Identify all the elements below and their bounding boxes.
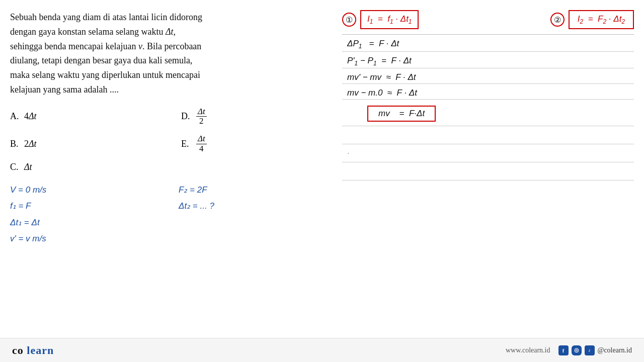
choices-grid: A. 4Δt D. Δt 2 B. 2Δt xyxy=(10,105,332,174)
choice-b-value: 2Δt xyxy=(24,139,37,149)
choice-d: D. Δt 2 xyxy=(181,105,332,128)
given-f1: f₁ = F xyxy=(10,199,164,214)
given-f2: F₂ = 2F xyxy=(179,183,332,198)
footer-social: f ◎ ♪ @colearn.id xyxy=(558,345,632,355)
choice-e-letter: E. xyxy=(181,139,191,149)
boxed-eq-1: I1 = f1 · Δt1 xyxy=(360,10,419,29)
main-content: Sebuah benda yang diam di atas lantai li… xyxy=(0,0,644,342)
given-dt1: Δt₁ = Δt xyxy=(10,215,164,231)
eq-line-1: ΔP1 = F · Δt xyxy=(342,38,634,51)
tiktok-icon: ♪ xyxy=(585,345,595,355)
logo-learn: learn xyxy=(27,344,54,356)
choice-c: C. Δt xyxy=(10,160,161,174)
top-section: Sebuah benda yang diam di atas lantai li… xyxy=(10,10,634,247)
eq-lines: ΔP1 = F · Δt P'1 − P1 = F · Δt mv' − mv … xyxy=(342,38,634,180)
eq-line-empty-1 xyxy=(342,129,634,144)
equation-area: ① I1 = f1 · Δt1 ② I2 = F2 · Δt2 xyxy=(342,10,634,180)
left-column: Sebuah benda yang diam di atas lantai li… xyxy=(10,10,332,247)
eq-group-1: ① I1 = f1 · Δt1 xyxy=(342,10,419,29)
eq-line-5-container: mv = F·Δt xyxy=(342,103,634,126)
social-handle: @colearn.id xyxy=(598,346,632,354)
eq-group-2: ② I2 = F2 · Δt2 xyxy=(550,10,634,29)
circle-1: ① xyxy=(342,13,356,27)
circle-2: ② xyxy=(550,13,565,27)
instagram-icon: ◎ xyxy=(572,345,582,355)
choice-a-value: 4Δt xyxy=(24,111,37,122)
given-dt2: Δt₂ = ... ? xyxy=(179,199,332,214)
facebook-icon: f xyxy=(558,345,569,355)
footer-right: www.colearn.id f ◎ ♪ @colearn.id xyxy=(506,345,632,355)
divider-1 xyxy=(342,34,634,35)
footer: co learn www.colearn.id f ◎ ♪ @colearn.i… xyxy=(0,338,644,362)
footer-logo: co learn xyxy=(12,344,54,357)
eq-row-top: ① I1 = f1 · Δt1 ② I2 = F2 · Δt2 xyxy=(342,10,634,29)
choice-a: A. 4Δt xyxy=(10,105,161,128)
given-empty xyxy=(179,215,332,231)
choice-e: E. Δt 4 xyxy=(181,132,332,155)
eq-line-empty-3 xyxy=(342,165,634,180)
given-v: V = 0 m/s xyxy=(10,183,164,198)
choice-c-value: Δt xyxy=(24,162,32,172)
choice-a-letter: A. xyxy=(10,111,20,122)
choice-e-value: Δt 4 xyxy=(195,134,208,153)
problem-text: Sebuah benda yang diam di atas lantai li… xyxy=(10,10,332,97)
choice-d-value: Δt 2 xyxy=(195,107,208,126)
given-info: V = 0 m/s F₂ = 2F f₁ = F Δt₂ = ... ? Δt₁… xyxy=(10,183,332,247)
eq-line-4: mv − m.0 ≈ F · Δt xyxy=(342,87,634,100)
eq-line-5-boxed: mv = F·Δt xyxy=(367,106,436,122)
given-vprime: v' = v m/s xyxy=(10,231,164,247)
eq-line-empty-2: · xyxy=(342,147,634,162)
logo-co: co xyxy=(12,344,24,356)
footer-url: www.colearn.id xyxy=(506,346,550,354)
choice-d-letter: D. xyxy=(181,111,191,122)
eq-line-2: P'1 − P1 = F · Δt xyxy=(342,55,634,68)
right-column: ① I1 = f1 · Δt1 ② I2 = F2 · Δt2 xyxy=(332,10,634,247)
choice-c-letter: C. xyxy=(10,162,20,172)
choice-b-letter: B. xyxy=(10,139,20,149)
eq-line-3: mv' − mv ≈ F · Δt xyxy=(342,71,634,84)
boxed-eq-2: I2 = F2 · Δt2 xyxy=(569,10,634,29)
choice-b: B. 2Δt xyxy=(10,132,161,155)
